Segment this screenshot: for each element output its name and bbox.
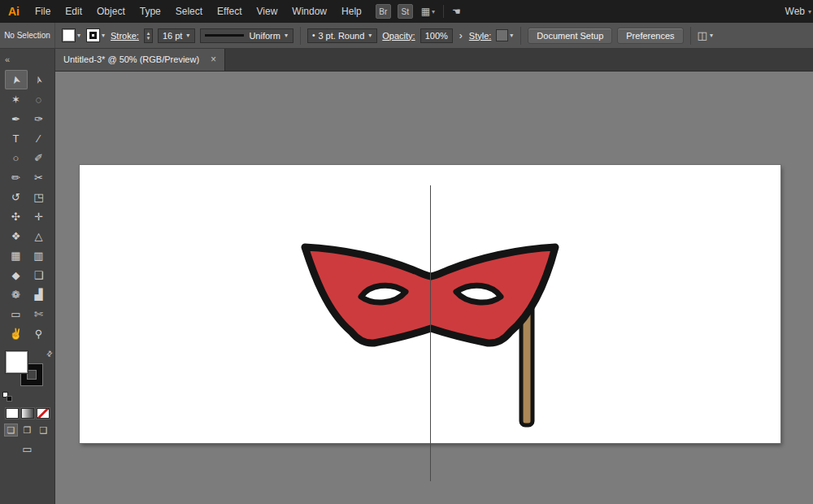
menu-type[interactable]: Type: [133, 0, 168, 23]
paintbrush-tool[interactable]: ✐: [28, 148, 50, 167]
drawing-modes-row: ❏ ❐ ❑: [0, 424, 54, 437]
style-label[interactable]: Style:: [469, 31, 492, 41]
menu-view[interactable]: View: [250, 0, 285, 23]
width-tool[interactable]: ✣: [5, 206, 28, 226]
zoom-tool[interactable]: ⚲: [28, 324, 50, 343]
workspace-switcher[interactable]: Web ▾: [785, 6, 813, 17]
fill-indicator[interactable]: [6, 351, 28, 373]
fill-swatch-icon: [62, 28, 76, 42]
mask-left-eye-shape[interactable]: [361, 285, 406, 302]
free-transform-tool[interactable]: ✛: [28, 206, 50, 226]
style-swatch-icon: [496, 29, 508, 41]
pen-tool[interactable]: ✒: [5, 109, 28, 128]
control-bar-body: ▾ ▾ Stroke: ▲ ▼ 16 pt ▾ Uniform ▾ • 3 pt…: [55, 27, 813, 45]
collapse-panel-button[interactable]: «: [0, 49, 54, 70]
stock-button[interactable]: St: [398, 4, 413, 19]
lasso-icon: ◌: [36, 93, 42, 106]
column-graph-icon: ▟: [35, 289, 43, 301]
magic-wand-icon: ✶: [11, 93, 20, 106]
document-tab-title: Untitled-3* @ 50% (RGB/Preview): [63, 54, 199, 64]
magic-wand-tool[interactable]: ✶: [5, 89, 28, 109]
ellipse-tool[interactable]: ○: [5, 148, 28, 167]
selection-tool[interactable]: ➤: [5, 70, 28, 89]
mask-right-eye-shape[interactable]: [456, 285, 501, 302]
symbol-sprayer-icon: ❁: [11, 289, 20, 301]
menu-help[interactable]: Help: [334, 0, 369, 23]
stroke-weight-field[interactable]: 16 pt ▾: [158, 28, 195, 43]
fill-color-control[interactable]: ▾: [62, 28, 81, 42]
style-dropdown[interactable]: ▾: [496, 29, 514, 41]
pencil-tool[interactable]: ✏: [5, 167, 28, 187]
menu-object[interactable]: Object: [89, 0, 133, 23]
transform-options-button[interactable]: ◫ ▾: [698, 29, 714, 41]
line-segment-tool[interactable]: ∕: [28, 128, 50, 148]
direct-selection-tool[interactable]: ➢: [28, 70, 50, 89]
hand-tool[interactable]: ✌: [5, 324, 28, 343]
bridge-button[interactable]: Br: [376, 4, 391, 19]
preferences-button[interactable]: Preferences: [617, 28, 683, 44]
default-fill-stroke-icon[interactable]: [2, 392, 12, 402]
column-graph-tool[interactable]: ▟: [28, 285, 50, 304]
menu-effect[interactable]: Effect: [210, 0, 249, 23]
rotate-tool[interactable]: ↺: [5, 187, 28, 206]
none-button[interactable]: [37, 408, 50, 419]
draw-normal-button[interactable]: ❏: [4, 424, 18, 437]
width-profile-dropdown[interactable]: Uniform ▾: [200, 28, 293, 43]
opacity-panel-arrow-icon[interactable]: ›: [458, 30, 464, 41]
curvature-icon: ✑: [34, 113, 43, 125]
stroke-weight-stepper[interactable]: ▲ ▼: [144, 28, 153, 43]
type-icon: T: [13, 133, 20, 145]
selection-status: No Selection: [0, 23, 55, 48]
stepper-down-icon: ▼: [146, 36, 150, 41]
menu-window[interactable]: Window: [285, 0, 334, 23]
canvas-area[interactable]: [55, 72, 813, 504]
menu-select[interactable]: Select: [168, 0, 210, 23]
tools-panel: « ➤➢✶◌✒✑T∕○✐✏✂↺◳✣✛❖△▦▥◆❑❁▟▭✄✌⚲ ⇄ ❏ ❐ ❑ ▭: [0, 49, 55, 504]
menu-edit[interactable]: Edit: [58, 0, 89, 23]
touch-workspace-button[interactable]: ☚: [452, 6, 461, 17]
draw-behind-button[interactable]: ❐: [20, 424, 34, 437]
blend-tool[interactable]: ❑: [28, 265, 50, 285]
zoom-icon: ⚲: [35, 328, 43, 340]
artboard-tool[interactable]: ▭: [5, 304, 28, 324]
illustrator-logo[interactable]: Ai: [0, 5, 28, 18]
perspective-grid-tool[interactable]: △: [28, 226, 50, 245]
color-button[interactable]: [6, 408, 19, 419]
scale-tool[interactable]: ◳: [28, 187, 50, 206]
chevron-down-icon: ▾: [76, 31, 81, 40]
menubar-divider: [443, 5, 444, 18]
slice-tool[interactable]: ✄: [28, 304, 50, 324]
gradient-button[interactable]: [21, 408, 34, 419]
shape-builder-tool[interactable]: ❖: [5, 226, 28, 245]
brush-definition-dropdown[interactable]: • 3 pt. Round ▾: [307, 28, 377, 43]
screen-mode-button[interactable]: ▭: [22, 443, 32, 455]
opacity-field[interactable]: 100%: [420, 28, 453, 43]
mesh-tool[interactable]: ▦: [5, 245, 28, 265]
swap-fill-stroke-icon[interactable]: ⇄: [45, 349, 54, 358]
scale-icon: ◳: [33, 191, 43, 203]
stroke-color-control[interactable]: ▾: [86, 28, 106, 42]
eyedropper-tool[interactable]: ◆: [5, 265, 28, 285]
chevron-down-icon: ▾: [709, 31, 714, 40]
arrange-documents-button[interactable]: ▦ ▾: [421, 6, 435, 17]
stroke-label[interactable]: Stroke:: [111, 31, 139, 41]
chevron-down-icon: ▾: [367, 31, 372, 40]
curvature-tool[interactable]: ✑: [28, 109, 50, 128]
opacity-label[interactable]: Opacity:: [382, 31, 415, 41]
document-tab-bar: Untitled-3* @ 50% (RGB/Preview) ×: [55, 49, 813, 72]
scissors-tool[interactable]: ✂: [28, 167, 50, 187]
width-icon: ✣: [11, 211, 20, 223]
lasso-tool[interactable]: ◌: [28, 89, 50, 109]
perspective-grid-icon: △: [35, 230, 43, 242]
document-setup-button[interactable]: Document Setup: [528, 28, 612, 44]
type-tool[interactable]: T: [5, 128, 28, 148]
controlbar-divider: [300, 27, 301, 45]
close-tab-icon[interactable]: ×: [211, 54, 216, 65]
scissors-icon: ✂: [34, 172, 43, 184]
symbol-sprayer-tool[interactable]: ❁: [5, 285, 28, 304]
brush-preview-icon: •: [312, 31, 315, 40]
gradient-tool[interactable]: ▥: [28, 245, 50, 265]
draw-inside-button[interactable]: ❑: [37, 424, 50, 437]
document-tab[interactable]: Untitled-3* @ 50% (RGB/Preview) ×: [55, 48, 225, 71]
menu-file[interactable]: File: [28, 0, 58, 23]
